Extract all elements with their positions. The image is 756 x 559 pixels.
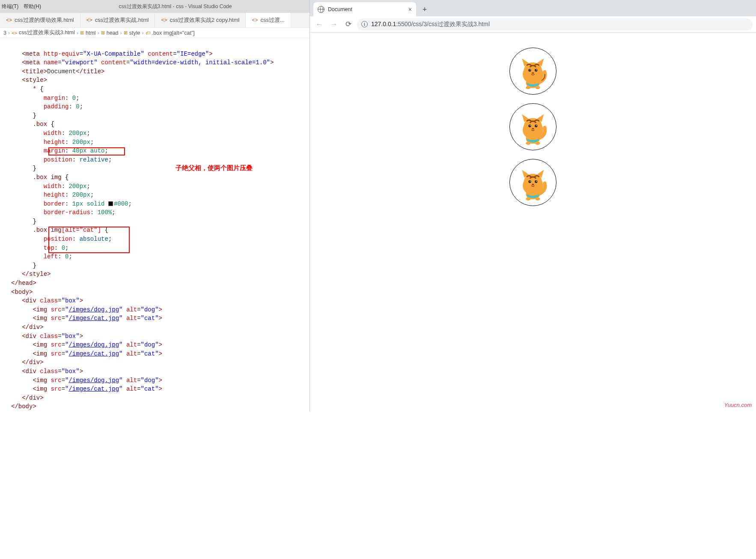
breadcrumbs[interactable]: 3› <>css过渡效果实战3.html› ⊞html› ⊞head› ⊞sty…	[0, 28, 310, 38]
menu-help[interactable]: 帮助(H)	[24, 3, 41, 10]
svg-point-25	[536, 181, 537, 182]
forward-button[interactable]: →	[328, 18, 340, 30]
svg-point-3	[535, 69, 537, 72]
globe-icon	[318, 6, 324, 13]
bc-item[interactable]: html	[86, 30, 96, 36]
svg-point-5	[536, 69, 537, 70]
close-icon[interactable]: ×	[408, 6, 412, 13]
svg-point-6	[532, 72, 534, 74]
svg-point-8	[526, 86, 530, 89]
svg-point-4	[530, 69, 531, 70]
tab-file-2[interactable]: <>css过渡效果实战.html	[80, 13, 155, 27]
tab-file-1[interactable]: <>css过渡的缓动效果.html	[0, 13, 80, 27]
html-icon: <>	[12, 30, 17, 36]
highlight-box-2	[48, 227, 130, 253]
browser-tab[interactable]: Document ×	[313, 2, 416, 16]
svg-point-11	[524, 118, 542, 134]
cat-image-3	[509, 159, 557, 206]
element-icon: ⊞	[124, 30, 128, 36]
menu-terminal[interactable]: 终端(T)	[2, 3, 18, 10]
svg-point-15	[536, 125, 537, 126]
svg-point-28	[526, 197, 530, 200]
svg-point-19	[536, 142, 540, 145]
cat-image-1	[509, 48, 557, 95]
tab-label: css过渡效果实战.html	[95, 16, 149, 24]
highlight-box-1	[48, 147, 125, 155]
tab-title: Document	[328, 6, 352, 12]
cat-icon	[513, 51, 553, 91]
svg-point-23	[535, 180, 537, 183]
bc-item[interactable]: css过渡效果实战3.html	[19, 29, 75, 36]
info-icon[interactable]: i	[361, 21, 368, 27]
new-tab-button[interactable]: +	[419, 3, 431, 15]
watermark: Yuucn.com	[724, 402, 752, 408]
svg-point-18	[526, 142, 530, 145]
svg-point-1	[524, 63, 542, 78]
html-icon: <>	[86, 17, 92, 23]
element-icon: ⊞	[80, 30, 84, 36]
cat-icon	[513, 163, 553, 202]
svg-point-12	[528, 125, 531, 127]
page-content	[310, 33, 756, 412]
html-icon: <>	[161, 17, 167, 23]
svg-point-26	[532, 184, 534, 185]
code-editor[interactable]: <meta http-equiv="X-UA-Compatible" conte…	[0, 38, 310, 412]
tab-label: css过渡效果实战2 copy.html	[170, 16, 239, 24]
selector-icon: 🏷	[146, 30, 150, 36]
vscode-window: 终端(T) 帮助(H) css过渡效果实战3.html - css - Visu…	[0, 0, 310, 412]
window-title: css过渡效果实战3.html - css - Visual Studio Co…	[46, 3, 304, 10]
tab-file-3[interactable]: <>css过渡效果实战2 copy.html	[155, 13, 246, 27]
svg-point-22	[528, 180, 531, 183]
back-button[interactable]: ←	[313, 18, 325, 30]
tab-label: css过渡的缓动效果.html	[15, 16, 74, 24]
browser-toolbar: ← → ⟳ i 127.0.0.1:5500/css/3/css过渡效果实战3.…	[310, 16, 756, 33]
svg-point-24	[530, 181, 531, 182]
svg-point-21	[524, 174, 542, 190]
cat-icon	[513, 107, 553, 146]
svg-point-9	[536, 86, 540, 89]
browser-window: Document × + ← → ⟳ i 127.0.0.1:5500/css/…	[310, 0, 756, 412]
annotation-text: 子绝父相，使两个图片压叠	[176, 164, 253, 173]
bc-item[interactable]: head	[107, 30, 119, 36]
url: 127.0.0.1:5500/css/3/css过渡效果实战3.html	[371, 21, 490, 28]
svg-point-14	[530, 125, 531, 126]
cat-image-2	[509, 103, 557, 150]
menubar: 终端(T) 帮助(H) css过渡效果实战3.html - css - Visu…	[0, 0, 310, 13]
html-icon: <>	[252, 17, 258, 23]
svg-point-29	[536, 197, 540, 200]
bc-item[interactable]: style	[129, 30, 140, 36]
bc-item[interactable]: .box img[alt="cat"]	[152, 30, 195, 36]
bc-item[interactable]: 3	[3, 30, 6, 36]
svg-point-2	[528, 69, 531, 72]
tab-label: css过渡...	[260, 16, 284, 24]
reload-button[interactable]: ⟳	[342, 18, 354, 30]
chrome-tabstrip: Document × +	[310, 0, 756, 16]
html-icon: <>	[6, 17, 12, 23]
editor-tabs: <>css过渡的缓动效果.html <>css过渡效果实战.html <>css…	[0, 13, 310, 28]
svg-point-13	[535, 125, 537, 127]
svg-point-16	[532, 128, 534, 130]
tab-file-4[interactable]: <>css过渡...	[246, 13, 291, 27]
element-icon: ⊞	[101, 30, 105, 36]
address-bar[interactable]: i 127.0.0.1:5500/css/3/css过渡效果实战3.html	[357, 18, 753, 30]
